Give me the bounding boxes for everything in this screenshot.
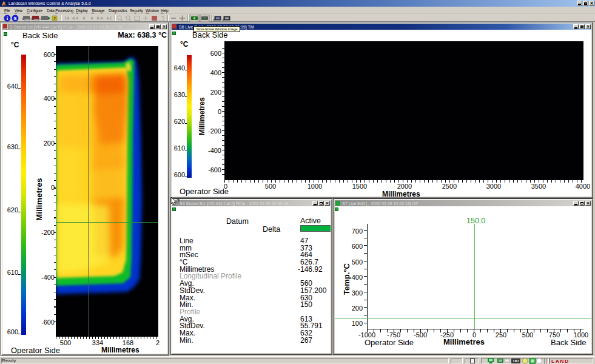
svg-text:?: ? xyxy=(176,198,180,204)
svg-text:S: S xyxy=(13,16,17,21)
svg-text:?: ? xyxy=(53,16,56,21)
